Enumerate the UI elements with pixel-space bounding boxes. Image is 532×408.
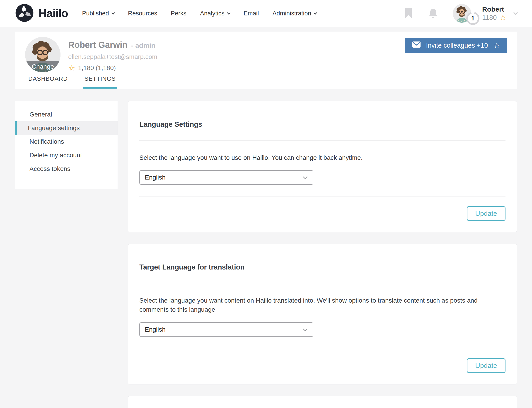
profile-name: Robert Garwin: [68, 40, 128, 50]
profile-role: - admin: [131, 42, 155, 49]
profile-tabs: DASHBOARD SETTINGS: [27, 75, 117, 89]
sidebar-item-delete-my-account[interactable]: Delete my account: [15, 148, 118, 162]
chevron-down-icon: [513, 10, 517, 15]
profile-email: ellen.seppala+test@smarp.com: [68, 53, 157, 60]
profile-header-card: Change Robert Garwin - admin ellen.seppa…: [15, 32, 517, 89]
brand-name: Haiilo: [39, 7, 68, 20]
chevron-down-icon: [314, 11, 317, 15]
divider: [139, 140, 506, 141]
avatar-change-button[interactable]: Change: [25, 61, 60, 72]
target-language-select-value: English: [140, 326, 297, 333]
nav-item-published[interactable]: Published: [82, 10, 114, 17]
divider: [139, 196, 506, 197]
nav-item-perks[interactable]: Perks: [171, 10, 186, 17]
chevron-down-icon: [297, 323, 313, 336]
card-title: Content Language: [139, 402, 506, 408]
envelope-icon: [412, 42, 421, 49]
invite-button-label: Invite colleagues +10: [426, 42, 488, 49]
main-content: Change Robert Garwin - admin ellen.seppa…: [15, 32, 517, 408]
bell-icon[interactable]: [428, 8, 439, 19]
chevron-down-icon: [227, 11, 231, 15]
chevron-down-icon: [111, 11, 115, 15]
nav-right: 1 Robert 1180: [404, 4, 517, 23]
divider: [139, 348, 506, 349]
haiilo-logo-icon: [15, 3, 34, 23]
nav-item-analytics[interactable]: Analytics: [200, 10, 230, 17]
update-button[interactable]: Update: [467, 206, 506, 221]
user-menu[interactable]: 1 Robert 1180: [453, 4, 517, 23]
star-icon: [500, 14, 507, 21]
profile-points-value: 1,180 (1,180): [78, 64, 116, 72]
user-points-value: 1180: [482, 13, 497, 22]
card-description: Select the language you want content on …: [139, 296, 497, 314]
language-settings-card: Language Settings Select the language yo…: [128, 101, 517, 232]
chevron-down-icon: [297, 171, 313, 184]
points-progress-ring: 1: [466, 12, 479, 25]
level-badge: 1: [468, 13, 478, 23]
card-title: Target Language for translation: [139, 250, 506, 271]
tab-settings[interactable]: SETTINGS: [83, 75, 117, 89]
tab-dashboard[interactable]: DASHBOARD: [27, 75, 69, 89]
divider: [139, 283, 506, 283]
star-icon: [493, 42, 500, 49]
sidebar-item-notifications[interactable]: Notifications: [15, 135, 118, 148]
invite-colleagues-button[interactable]: Invite colleagues +10: [405, 38, 507, 53]
nav-item-administration[interactable]: Administration: [272, 10, 316, 17]
user-name: Robert: [482, 5, 507, 13]
nav-item-resources[interactable]: Resources: [128, 10, 157, 17]
star-icon: [68, 64, 75, 72]
card-description: Select the language you want to use on H…: [139, 153, 497, 162]
primary-nav: Published Resources Perks Analytics Emai…: [82, 10, 330, 17]
card-title: Language Settings: [139, 107, 506, 128]
top-nav: Haiilo Published Resources Perks Analyti…: [0, 0, 532, 27]
language-select-value: English: [140, 174, 297, 181]
sidebar-item-general[interactable]: General: [15, 108, 118, 121]
bookmark-icon[interactable]: [404, 8, 413, 19]
update-button[interactable]: Update: [467, 358, 506, 373]
profile-avatar[interactable]: Change: [25, 37, 60, 72]
target-language-select[interactable]: English: [139, 322, 313, 337]
content-language-card: Content Language: [128, 396, 517, 408]
language-select[interactable]: English: [139, 170, 313, 185]
brand[interactable]: Haiilo: [15, 3, 68, 23]
settings-sidebar: General Language settings Notifications …: [15, 101, 118, 189]
nav-item-email[interactable]: Email: [244, 10, 259, 17]
sidebar-item-access-tokens[interactable]: Access tokens: [15, 162, 118, 176]
sidebar-item-language-settings[interactable]: Language settings: [15, 121, 118, 135]
target-language-card: Target Language for translation Select t…: [128, 244, 517, 384]
